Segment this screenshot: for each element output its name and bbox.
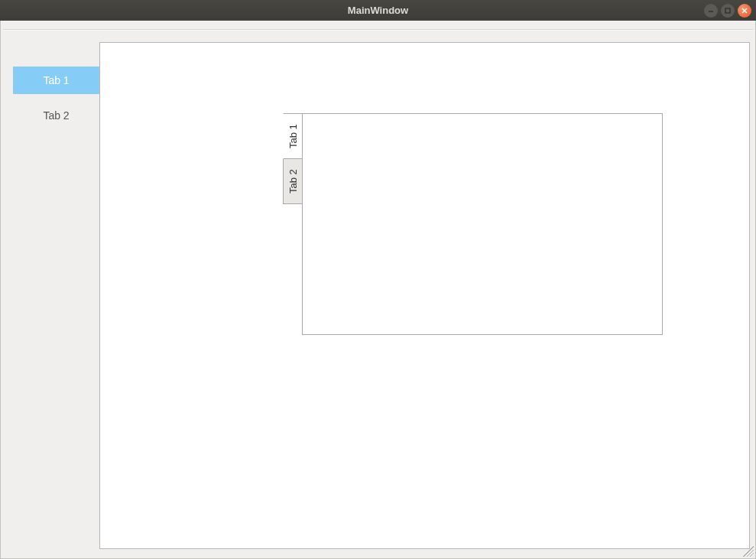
inner-tab-1[interactable]: Tab 1 — [283, 113, 303, 159]
central-widget: Tab 1 Tab 2 Tab 1 Tab 2 — [13, 42, 750, 549]
maximize-icon — [724, 7, 732, 15]
app-body: Tab 1 Tab 2 Tab 1 Tab 2 — [0, 21, 756, 559]
window-title: MainWindow — [348, 5, 408, 16]
close-button[interactable] — [738, 4, 751, 18]
window-titlebar: MainWindow — [0, 0, 756, 21]
menubar-divider — [3, 30, 753, 31]
outer-tabbar: Tab 1 Tab 2 — [13, 42, 99, 549]
svg-rect-1 — [725, 8, 730, 13]
window-controls — [704, 4, 751, 18]
maximize-button[interactable] — [721, 4, 735, 18]
outer-tab-widget: Tab 1 Tab 2 Tab 1 Tab 2 — [13, 42, 750, 549]
minimize-button[interactable] — [704, 4, 718, 18]
inner-tab-widget: Tab 1 Tab 2 — [283, 113, 663, 335]
minimize-icon — [707, 7, 715, 15]
inner-tab-pane — [302, 113, 663, 335]
resize-grip-icon[interactable] — [743, 546, 754, 557]
inner-tabbar: Tab 1 Tab 2 — [283, 113, 303, 335]
inner-tab-2[interactable]: Tab 2 — [283, 158, 303, 204]
outer-tab-pane: Tab 1 Tab 2 — [99, 42, 750, 549]
outer-tab-2[interactable]: Tab 2 — [13, 102, 99, 129]
close-icon — [741, 7, 748, 15]
outer-tab-1[interactable]: Tab 1 — [13, 67, 99, 94]
